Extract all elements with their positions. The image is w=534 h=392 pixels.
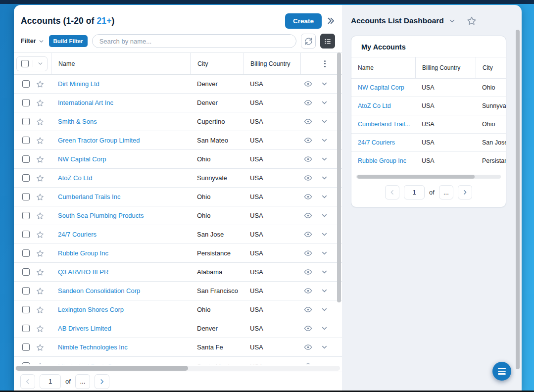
card-account-name-link[interactable]: Rubble Group Inc xyxy=(358,157,406,164)
row-expand-chevron-icon[interactable] xyxy=(321,118,328,125)
build-filter-button[interactable]: Build Filter xyxy=(49,35,88,47)
card-column-name[interactable]: Name xyxy=(351,57,415,78)
card-current-page-box[interactable]: 1 xyxy=(404,185,425,199)
favorite-star-icon[interactable] xyxy=(36,306,44,314)
create-button[interactable]: Create xyxy=(285,13,322,29)
account-name-link[interactable]: Nimble Technologies Inc xyxy=(58,343,128,351)
collapse-panel-icon[interactable] xyxy=(326,16,335,25)
row-checkbox[interactable] xyxy=(22,268,30,276)
row-expand-chevron-icon[interactable] xyxy=(321,343,328,351)
account-name-link[interactable]: Q3 ARVRO III PR xyxy=(58,268,108,276)
favorite-star-icon[interactable] xyxy=(36,137,44,145)
row-checkbox[interactable] xyxy=(22,231,30,238)
row-checkbox[interactable] xyxy=(22,212,30,219)
favorite-star-icon[interactable] xyxy=(36,99,44,107)
row-checkbox[interactable] xyxy=(22,325,30,332)
preview-eye-icon[interactable] xyxy=(304,305,312,314)
row-checkbox[interactable] xyxy=(22,174,30,182)
row-expand-chevron-icon[interactable] xyxy=(321,325,328,332)
current-page-box[interactable]: 1 xyxy=(40,374,61,389)
card-previous-page-button[interactable] xyxy=(385,185,399,199)
column-header-billing-country[interactable]: Billing Country xyxy=(243,53,300,74)
column-chooser-button[interactable] xyxy=(320,34,335,49)
row-expand-chevron-icon[interactable] xyxy=(321,137,328,144)
select-all-checkbox[interactable] xyxy=(21,60,29,67)
account-name-link[interactable]: AB Drivers Limited xyxy=(58,325,111,332)
previous-page-button[interactable] xyxy=(20,374,35,389)
preview-eye-icon[interactable] xyxy=(304,98,312,107)
account-name-link[interactable]: South Sea Plumbing Products xyxy=(58,212,144,219)
account-name-link[interactable]: 24/7 Couriers xyxy=(58,231,97,238)
favorite-star-icon[interactable] xyxy=(36,174,44,182)
preview-eye-icon[interactable] xyxy=(304,287,312,295)
account-name-link[interactable]: Sandeon Consolidation Corp xyxy=(58,287,140,294)
column-header-name[interactable]: Name xyxy=(51,53,190,74)
quick-actions-fab-button[interactable] xyxy=(492,362,511,381)
preview-eye-icon[interactable] xyxy=(304,136,312,145)
favorite-star-icon[interactable] xyxy=(36,325,44,333)
row-checkbox[interactable] xyxy=(22,155,30,163)
row-expand-chevron-icon[interactable] xyxy=(321,306,328,313)
refresh-button[interactable] xyxy=(301,34,316,49)
card-account-name-link[interactable]: 24/7 Couriers xyxy=(358,139,395,146)
card-horizontal-scrollbar-thumb[interactable] xyxy=(357,175,475,179)
next-page-button[interactable] xyxy=(95,374,109,389)
favorite-star-icon[interactable] xyxy=(36,268,44,276)
row-expand-chevron-icon[interactable] xyxy=(321,99,328,106)
preview-eye-icon[interactable] xyxy=(304,117,312,126)
row-expand-chevron-icon[interactable] xyxy=(321,287,328,294)
row-checkbox[interactable] xyxy=(22,193,30,200)
favorite-star-icon[interactable] xyxy=(36,80,44,88)
row-checkbox[interactable] xyxy=(22,306,30,313)
favorite-star-icon[interactable] xyxy=(36,118,44,126)
account-name-link[interactable]: AtoZ Co Ltd xyxy=(58,174,92,182)
favorite-star-icon[interactable] xyxy=(36,155,44,163)
kebab-menu-icon[interactable] xyxy=(324,60,326,67)
preview-eye-icon[interactable] xyxy=(304,268,312,276)
preview-eye-icon[interactable] xyxy=(304,343,312,351)
preview-eye-icon[interactable] xyxy=(304,155,312,163)
favorite-star-icon[interactable] xyxy=(36,231,44,239)
account-name-link[interactable]: International Art Inc xyxy=(58,99,113,106)
vertical-scrollbar-thumb[interactable] xyxy=(337,52,341,302)
record-count[interactable]: 21+ xyxy=(97,16,112,26)
row-checkbox[interactable] xyxy=(22,249,30,257)
select-menu-chevron[interactable] xyxy=(33,60,47,67)
dashboard-chevron-down-icon[interactable] xyxy=(448,17,456,25)
preview-eye-icon[interactable] xyxy=(304,249,312,257)
row-expand-chevron-icon[interactable] xyxy=(321,80,328,88)
row-checkbox[interactable] xyxy=(22,343,30,351)
row-expand-chevron-icon[interactable] xyxy=(321,231,328,238)
account-name-link[interactable]: Dirt Mining Ltd xyxy=(58,80,99,88)
favorite-star-icon[interactable] xyxy=(36,193,44,201)
account-name-link[interactable]: NW Capital Corp xyxy=(58,155,106,163)
dashboard-title[interactable]: Accounts List Dashboard xyxy=(351,16,444,25)
preview-eye-icon[interactable] xyxy=(304,230,312,239)
preview-eye-icon[interactable] xyxy=(304,324,312,333)
total-pages-button[interactable]: ... xyxy=(75,374,90,389)
card-next-page-button[interactable] xyxy=(458,185,472,199)
favorite-star-icon[interactable] xyxy=(36,287,44,295)
row-checkbox[interactable] xyxy=(22,137,30,144)
row-expand-chevron-icon[interactable] xyxy=(321,174,328,182)
row-expand-chevron-icon[interactable] xyxy=(321,155,328,163)
card-account-name-link[interactable]: NW Capital Corp xyxy=(358,84,404,91)
card-column-city[interactable]: City xyxy=(476,57,506,78)
row-checkbox[interactable] xyxy=(22,80,30,88)
account-name-link[interactable]: Lexington Shores Corp xyxy=(58,306,124,313)
card-column-billing-country[interactable]: Billing Country xyxy=(415,57,476,78)
column-header-city[interactable]: City xyxy=(190,53,243,74)
dashboard-vertical-scrollbar-thumb[interactable] xyxy=(516,30,520,369)
account-name-link[interactable]: Smith & Sons xyxy=(58,118,97,125)
card-account-name-link[interactable]: Cumberland Trail... xyxy=(358,121,410,128)
row-checkbox[interactable] xyxy=(22,287,30,294)
card-total-pages-button[interactable]: ... xyxy=(439,185,453,199)
favorite-star-icon[interactable] xyxy=(36,343,44,351)
row-checkbox[interactable] xyxy=(22,118,30,125)
dashboard-favorite-star-icon[interactable] xyxy=(467,16,477,26)
preview-eye-icon[interactable] xyxy=(304,174,312,182)
row-expand-chevron-icon[interactable] xyxy=(321,249,328,257)
row-expand-chevron-icon[interactable] xyxy=(321,212,328,219)
card-account-name-link[interactable]: AtoZ Co Ltd xyxy=(358,102,391,109)
preview-eye-icon[interactable] xyxy=(304,80,312,88)
